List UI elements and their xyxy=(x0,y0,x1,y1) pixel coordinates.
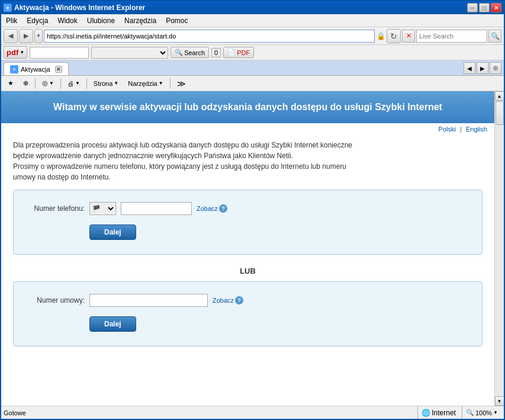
pdf-action-button[interactable]: 📄 PDF xyxy=(223,47,254,58)
search-label: Search xyxy=(184,49,205,56)
status-text: Gotowe xyxy=(4,409,415,416)
internet-icon: 🌐 xyxy=(422,409,430,417)
menu-help[interactable]: Pomoc xyxy=(163,15,190,26)
page-title: Witamy w serwisie aktywacji lub odzyskan… xyxy=(53,102,442,112)
tab-label: Aktywacja xyxy=(21,66,50,73)
lang-polski-link[interactable]: Polski xyxy=(439,126,456,133)
pdf-toolbar: pdf ▼ 🔍 Search 0 📄 PDF xyxy=(1,45,504,60)
zoom-section: 🔍 100% ▼ xyxy=(462,406,501,419)
maximize-button[interactable]: □ xyxy=(479,3,490,12)
pdf-file-icon: 📄 xyxy=(227,49,236,56)
contract-form-row: Numer umowy: Zobacz ? xyxy=(25,294,470,307)
extra-button[interactable]: ≫ xyxy=(173,77,190,90)
internet-label: Internet xyxy=(432,409,456,417)
pdf-menu-button[interactable]: pdf ▼ xyxy=(4,46,27,59)
refresh-button[interactable]: ↻ xyxy=(387,29,401,43)
phone-form-row: Numer telefonu: 🏴 Zobacz ? xyxy=(25,202,470,215)
live-search-go-button[interactable]: 🔍 xyxy=(488,30,501,43)
phone-submit-button[interactable]: Dalej xyxy=(89,225,136,240)
stop-button[interactable]: ✕ xyxy=(402,30,415,43)
scrollbar-right: ▲ ▼ xyxy=(494,91,504,406)
menu-favorites[interactable]: Ulubione xyxy=(85,15,117,26)
tools-label: Narzędzia xyxy=(128,80,157,87)
scroll-track[interactable] xyxy=(495,101,504,396)
nav-bar: ◀ ▶ ▼ 🔒 ↻ ✕ 🔍 xyxy=(1,27,504,45)
lang-separator: | xyxy=(460,126,462,133)
phone-help-text: Zobacz xyxy=(197,205,218,212)
pdf-dropdown-icon: ▼ xyxy=(20,50,24,55)
add-favorites-icon: ⊕ xyxy=(23,79,28,87)
tab-prev-button[interactable]: ◀ xyxy=(464,62,475,74)
page-header: Witamy w serwisie aktywacji lub odzyskan… xyxy=(1,91,494,123)
scroll-down-button[interactable]: ▼ xyxy=(495,396,504,406)
separator-1 xyxy=(35,78,36,89)
pdf-action-label: PDF xyxy=(237,49,250,56)
back-button[interactable]: ◀ xyxy=(4,29,18,43)
tab-new-button[interactable]: ⊕ xyxy=(490,62,501,74)
favorites-button[interactable]: ★ xyxy=(4,77,18,90)
zoom-dropdown-icon[interactable]: ▼ xyxy=(493,410,498,415)
page-dropdown-icon: ▼ xyxy=(114,81,118,86)
nav-dropdown-button[interactable]: ▼ xyxy=(34,29,43,43)
title-bar-buttons: ─ □ ✕ xyxy=(467,3,501,12)
scroll-up-button[interactable]: ▲ xyxy=(495,91,504,101)
page-bottom-spacer xyxy=(1,352,494,370)
pdf-action-dropdown[interactable] xyxy=(91,47,168,59)
active-tab[interactable]: e Aktywacja ✕ xyxy=(4,62,69,75)
tools-dropdown-icon: ▼ xyxy=(159,81,163,86)
command-bar: ★ ⊕ ◎ ▼ 🖨 ▼ Strona ▼ Narzędzia ▼ ≫ xyxy=(1,76,504,91)
lang-english-link[interactable]: English xyxy=(466,126,487,133)
contract-help-link[interactable]: Zobacz ? xyxy=(213,296,243,304)
contract-help-text: Zobacz xyxy=(213,297,234,304)
menu-view[interactable]: Widok xyxy=(55,15,79,26)
forward-button[interactable]: ▶ xyxy=(19,29,33,43)
extra-icon: ≫ xyxy=(177,79,186,88)
live-search-input[interactable] xyxy=(416,30,487,43)
print-dropdown-icon: ▼ xyxy=(75,81,80,86)
ssl-icon: 🔒 xyxy=(376,31,385,41)
address-bar[interactable] xyxy=(44,30,375,43)
menu-tools[interactable]: Narzędzia xyxy=(122,15,159,26)
tab-bar: e Aktywacja ✕ ◀ ▶ ⊕ xyxy=(1,60,504,76)
separator-3 xyxy=(86,78,87,89)
contract-form-section: Numer umowy: Zobacz ? Dalej xyxy=(13,281,483,347)
rss-button[interactable]: ◎ ▼ xyxy=(38,77,58,90)
lang-bar: Polski | English xyxy=(1,123,494,135)
contract-label: Numer umowy: xyxy=(25,296,85,304)
internet-status-section: 🌐 Internet xyxy=(417,406,459,419)
page-button[interactable]: Strona ▼ xyxy=(89,77,123,90)
menu-edit[interactable]: Edycja xyxy=(24,15,50,26)
zoom-icon: 🔍 xyxy=(466,409,474,416)
menu-file[interactable]: Plik xyxy=(4,15,20,26)
rss-icon: ◎ xyxy=(42,79,48,87)
tools-button[interactable]: Narzędzia ▼ xyxy=(124,77,167,90)
zoom-label: 100% xyxy=(475,409,492,416)
add-favorites-button[interactable]: ⊕ xyxy=(19,77,33,90)
tab-next-button[interactable]: ▶ xyxy=(477,62,488,74)
close-button[interactable]: ✕ xyxy=(491,3,501,12)
phone-label: Numer telefonu: xyxy=(25,204,85,213)
window-title: Aktywacja - Windows Internet Explorer xyxy=(14,4,145,12)
phone-prefix-select[interactable]: 🏴 xyxy=(89,202,116,215)
search-toolbar-button[interactable]: 🔍 Search xyxy=(171,47,209,58)
favorites-icon: ★ xyxy=(8,79,14,87)
contract-submit-button[interactable]: Dalej xyxy=(89,316,136,332)
search-container: 🔍 xyxy=(416,30,501,43)
intro-line-1: Dla przeprowadzenia procesu aktywacji lu… xyxy=(13,140,483,150)
phone-help-link[interactable]: Zobacz ? xyxy=(197,204,227,213)
tab-close-button[interactable]: ✕ xyxy=(55,66,62,73)
print-button[interactable]: 🖨 ▼ xyxy=(63,77,84,90)
title-bar: e Aktywacja - Windows Internet Explorer … xyxy=(1,1,504,14)
content-area: Witamy w serwisie aktywacji lub odzyskan… xyxy=(1,91,504,406)
zoom-control[interactable]: 🔍 100% ▼ xyxy=(466,409,498,416)
contract-input[interactable] xyxy=(89,294,208,307)
scroll-thumb[interactable] xyxy=(496,101,504,125)
separator-4 xyxy=(170,78,171,89)
pdf-search-input[interactable] xyxy=(30,47,89,59)
rss-dropdown-icon: ▼ xyxy=(49,81,54,86)
phone-input[interactable] xyxy=(121,202,192,215)
phone-help-icon: ? xyxy=(219,204,227,213)
intro-text: Dla przeprowadzenia procesu aktywacji lu… xyxy=(1,135,494,190)
minimize-button[interactable]: ─ xyxy=(467,3,478,12)
tab-icon: e xyxy=(10,65,18,73)
